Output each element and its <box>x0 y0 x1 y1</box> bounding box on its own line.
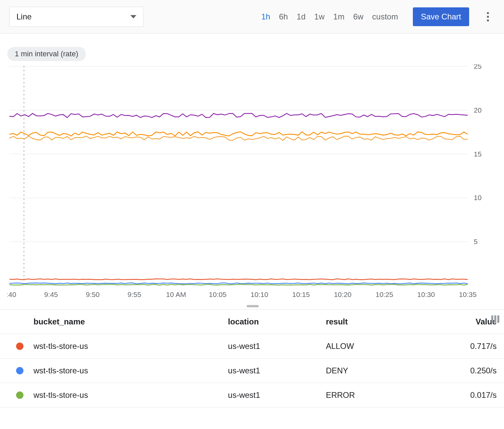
chart-type-select[interactable]: Line <box>9 7 143 27</box>
chart-area: 1 min interval (rate) 5101520259:409:459… <box>0 34 504 307</box>
svg-text:10: 10 <box>474 194 482 201</box>
series-swatch <box>16 391 23 399</box>
col-bucket[interactable]: bucket_name <box>0 310 224 334</box>
svg-text:9:40: 9:40 <box>7 291 16 298</box>
cell-value: 0.017/s <box>412 383 504 408</box>
range-6w[interactable]: 6w <box>353 12 364 21</box>
svg-text:15: 15 <box>474 150 482 158</box>
cell-bucket: wst-tls-store-us <box>34 390 88 400</box>
chart-type-label: Line <box>16 12 32 21</box>
chart-toolbar: Line 1h6h1d1w1m6wcustom Save Chart <box>0 0 504 34</box>
svg-text:10:15: 10:15 <box>292 291 310 298</box>
range-6h[interactable]: 6h <box>279 12 288 21</box>
cell-location: us-west1 <box>224 359 322 383</box>
cell-bucket: wst-tls-store-us <box>34 366 88 375</box>
cell-result: ALLOW <box>322 334 412 359</box>
cell-result: ERROR <box>322 383 412 408</box>
svg-text:10:10: 10:10 <box>251 291 268 298</box>
range-1h[interactable]: 1h <box>261 12 270 21</box>
svg-text:25: 25 <box>474 64 482 70</box>
cell-bucket: wst-tls-store-us <box>34 342 88 351</box>
col-value[interactable]: Value <box>412 310 504 334</box>
plot[interactable]: 5101520259:409:459:509:5510 AM10:0510:10… <box>7 64 498 302</box>
save-chart-button[interactable]: Save Chart <box>413 7 469 26</box>
svg-text:10:25: 10:25 <box>376 291 393 298</box>
svg-text:10:35: 10:35 <box>459 291 477 298</box>
resize-handle[interactable] <box>247 305 259 307</box>
columns-icon[interactable] <box>491 315 499 323</box>
svg-text:9:50: 9:50 <box>86 291 100 298</box>
svg-text:10:30: 10:30 <box>417 291 435 298</box>
cell-value: 0.717/s <box>412 334 504 359</box>
svg-text:20: 20 <box>474 106 482 114</box>
cell-result: DENY <box>322 359 412 383</box>
cell-value: 0.250/s <box>412 359 504 383</box>
table-row[interactable]: wst-tls-store-usus-west1ERROR0.017/s <box>0 383 504 408</box>
col-result[interactable]: result <box>322 310 412 334</box>
svg-text:5: 5 <box>474 238 478 245</box>
legend-table: bucket_name location result Value wst-tl… <box>0 309 504 408</box>
range-1w[interactable]: 1w <box>314 12 325 21</box>
svg-text:10:20: 10:20 <box>334 291 352 298</box>
series-swatch <box>16 367 23 374</box>
time-range-group: 1h6h1d1w1m6wcustom <box>261 12 398 21</box>
col-location[interactable]: location <box>224 310 322 334</box>
cell-location: us-west1 <box>224 334 322 359</box>
more-options-icon[interactable] <box>481 10 495 23</box>
cell-location: us-west1 <box>224 383 322 408</box>
table-row[interactable]: wst-tls-store-usus-west1DENY0.250/s <box>0 359 504 383</box>
range-1d[interactable]: 1d <box>297 12 306 21</box>
interval-chip: 1 min interval (rate) <box>7 47 86 61</box>
table-row[interactable]: wst-tls-store-usus-west1ALLOW0.717/s <box>0 334 504 359</box>
svg-text:10:05: 10:05 <box>209 291 227 298</box>
svg-text:9:45: 9:45 <box>44 291 58 298</box>
svg-text:9:55: 9:55 <box>128 291 141 298</box>
svg-text:10 AM: 10 AM <box>166 291 186 298</box>
legend: bucket_name location result Value wst-tl… <box>0 309 504 408</box>
range-custom[interactable]: custom <box>372 12 398 21</box>
series-swatch <box>16 343 23 350</box>
range-1m[interactable]: 1m <box>333 12 344 21</box>
chevron-down-icon <box>130 15 136 18</box>
